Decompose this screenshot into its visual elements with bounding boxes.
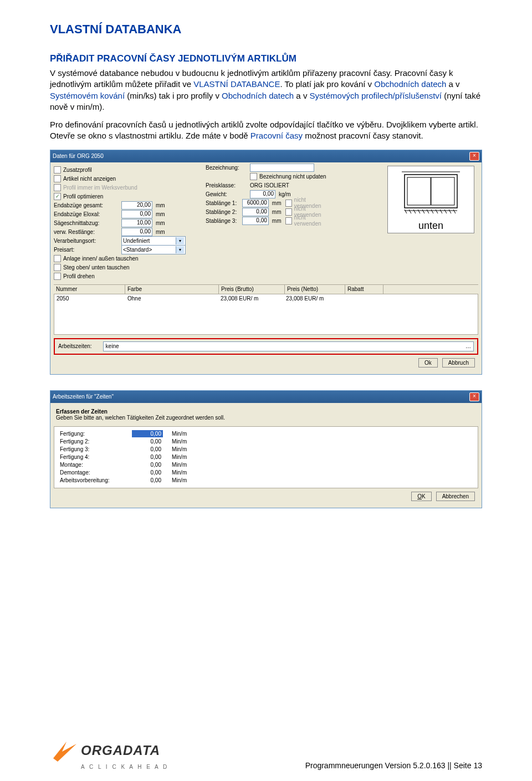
dialog-daten-fur-org: Daten für ORG 2050 × Zusatzprofil Artike… <box>50 150 482 375</box>
unit: Min/m <box>163 469 205 476</box>
label: Fertigung 4: <box>60 454 132 460</box>
cancel-button[interactable]: Abbruch <box>442 358 475 367</box>
brand-name: ORGADATA <box>81 743 160 758</box>
titlebar[interactable]: Daten für ORG 2050 × <box>50 150 482 162</box>
unit: mm <box>156 229 165 235</box>
checkbox-artikel-nicht[interactable] <box>54 175 61 182</box>
input-time[interactable]: 0,00 <box>132 477 163 484</box>
th-netto[interactable]: Preis (Netto) <box>285 285 345 294</box>
label: Anlage innen/ außen tauschen <box>63 256 139 262</box>
text: a v <box>294 91 309 100</box>
close-icon[interactable]: × <box>469 392 479 401</box>
paragraph-1: V systémové databance nebudou v budoucnu… <box>50 68 482 113</box>
link-obchodnich-datech: Obchodních datech <box>374 79 446 89</box>
th-brutto[interactable]: Preis (Brutto) <box>219 285 285 294</box>
label: Profil drehen <box>63 273 95 279</box>
checkbox-profil-drehen[interactable] <box>54 273 61 280</box>
value: ORG ISOLIERT <box>250 182 289 188</box>
label: Gewicht: <box>206 191 250 197</box>
checkbox-zusatzprofil[interactable] <box>54 166 61 173</box>
label: Fertigung 2: <box>60 438 132 445</box>
dropdown-preisart[interactable]: <Standard>▾ <box>121 245 186 254</box>
dialog-arbeitszeiten: Arbeitszeiten für "Zeiten" × Erfassen de… <box>50 390 482 508</box>
ok-button[interactable]: Ok <box>418 358 438 367</box>
logo: ORGADATA A C L I C K A H E A D <box>50 738 168 770</box>
input-time[interactable]: 0,00 <box>132 461 163 468</box>
svg-line-7 <box>413 210 416 213</box>
label: Stablänge 3: <box>206 218 242 224</box>
input-endabzuge-eloxal[interactable]: 0,00 <box>121 210 152 218</box>
tagline: A C L I C K A H E A D <box>81 764 168 770</box>
label: Arbeitsvorbereitung: <box>60 477 132 483</box>
svg-rect-1 <box>407 177 431 205</box>
svg-marker-17 <box>53 742 76 762</box>
label: Endabzüge gesamt: <box>54 202 121 208</box>
label: Fertigung 3: <box>60 446 132 452</box>
unit: mm <box>272 209 282 215</box>
dropdown-arbeitszeiten[interactable]: keine … <box>103 341 474 351</box>
table-row[interactable]: 2050 Ohne 23,008 EUR/ m 23,008 EUR/ m <box>54 294 478 335</box>
input-verw-rest[interactable]: 0,00 <box>121 228 152 236</box>
logo-arrow-icon <box>50 738 78 763</box>
input-time[interactable]: 0,00 <box>132 438 163 445</box>
text: a v <box>446 79 459 89</box>
input-stab2[interactable]: 0,00 <box>242 208 268 216</box>
label-unten: unten <box>418 220 443 232</box>
input-endabzuge[interactable]: 20,00 <box>121 201 152 210</box>
unit: mm <box>272 200 282 206</box>
input-time[interactable]: 0,00 <box>132 453 163 461</box>
input-time[interactable]: 0,00 <box>132 430 163 437</box>
label: Zusatzprofil <box>63 167 92 173</box>
th-farbe[interactable]: Farbe <box>125 285 219 294</box>
text: . To platí jak pro kování v <box>280 79 374 89</box>
unit: Min/m <box>163 438 205 445</box>
checkbox-profil-optimieren[interactable] <box>54 193 61 200</box>
text: možnost pracovní časy stanovit. <box>305 131 423 140</box>
checkbox-nicht-2 <box>285 208 291 216</box>
input-gewicht[interactable]: 0,00 <box>250 190 275 198</box>
label: Stablänge 2: <box>206 209 242 215</box>
cell-netto: 23,008 EUR/ m <box>284 295 344 334</box>
input-sageschnitt[interactable]: 10,00 <box>121 219 152 227</box>
titlebar[interactable]: Arbeitszeiten für "Zeiten" × <box>50 391 482 403</box>
link-pracovni-casy: Pracovní časy <box>250 131 303 140</box>
checkbox-steg[interactable] <box>54 264 61 271</box>
input-time[interactable]: 0,00 <box>132 446 163 453</box>
dropdown-verarbeitung[interactable]: Undefiniert▾ <box>121 236 186 246</box>
svg-line-8 <box>418 210 420 213</box>
svg-line-5 <box>405 210 407 213</box>
section-heading: PŘIŘADIT PRACOVNÍ ČASY JEDNOTLIVÝM ARTIK… <box>50 53 482 64</box>
unit: mm <box>156 220 165 226</box>
input-stab3[interactable]: 0,00 <box>242 217 268 225</box>
svg-line-12 <box>436 210 438 213</box>
table-row: Arbeitsvorbereitung:0,00Min/m <box>60 477 472 484</box>
page-title: VLASTNÍ DATABANKA <box>50 22 482 37</box>
checkbox-nicht-3 <box>285 217 291 224</box>
table-row: Fertigung 2:0,00Min/m <box>60 438 472 446</box>
input-time[interactable]: 0,00 <box>132 469 163 476</box>
svg-line-14 <box>444 210 447 213</box>
label: Demontage: <box>60 469 132 476</box>
th-rabatt[interactable]: Rabatt <box>345 285 383 294</box>
table-row: Montage:0,00Min/m <box>60 461 472 469</box>
label: Profil optimieren <box>63 193 103 200</box>
svg-line-11 <box>431 210 433 213</box>
input-bezeichnung[interactable] <box>250 164 314 172</box>
checkbox-nicht-1 <box>285 200 291 207</box>
ok-button[interactable]: OOKK <box>411 492 431 501</box>
svg-line-9 <box>422 210 424 213</box>
label: Bezeichnung: <box>206 165 250 171</box>
table-row: Fertigung 3:0,00Min/m <box>60 446 472 453</box>
page-footer: ORGADATA A C L I C K A H E A D Programmn… <box>50 738 482 770</box>
group-description: Geben Sie bitte an, welchen Tätigkeiten … <box>56 415 476 421</box>
label: Sägeschnittabzug: <box>54 220 121 226</box>
input-stab1[interactable]: 6000,00 <box>242 199 268 207</box>
th-nummer[interactable]: Nummer <box>54 285 125 294</box>
unit: mm <box>156 202 165 208</box>
cell-farbe: Ohne <box>125 295 218 334</box>
text: (min/ks) tak i pro profily v <box>125 91 222 100</box>
checkbox-anlage[interactable] <box>54 255 61 262</box>
cancel-button[interactable]: Abbrechen <box>436 492 475 501</box>
checkbox-bez-update[interactable] <box>250 173 257 180</box>
close-icon[interactable]: × <box>469 152 479 161</box>
